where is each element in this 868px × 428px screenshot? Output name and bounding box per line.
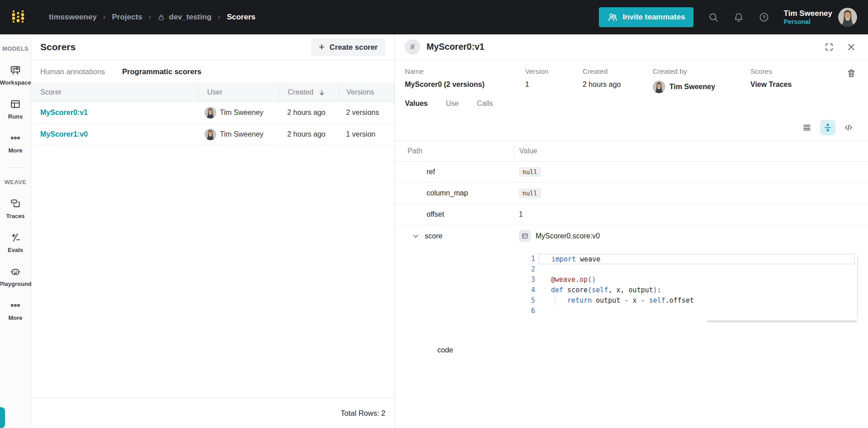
code-line-number: 6: [515, 306, 539, 316]
code-vertical-scrollbar[interactable]: [857, 255, 858, 318]
tab-human-annotations[interactable]: Human annotations: [40, 67, 105, 76]
code-lines: 1import weave23@weave.op()4def score(sel…: [515, 254, 858, 316]
kv-value: 1: [514, 210, 868, 219]
breadcrumb-item-Projects[interactable]: Projects: [112, 13, 142, 22]
tab-calls[interactable]: Calls: [477, 100, 493, 108]
detail-meta: NameMyScorer0 (2 versions)Version1Create…: [395, 60, 868, 98]
meta-scores: ScoresView Traces: [750, 67, 846, 93]
meta-value: 2 hours ago: [583, 81, 653, 89]
traces-icon: [9, 198, 21, 209]
scorer-link[interactable]: MyScorer1:v0: [40, 130, 88, 138]
sidebar-item-more[interactable]: More: [8, 300, 22, 321]
breadcrumb-item-timssweeney[interactable]: timssweeney: [49, 13, 97, 22]
code-view-button[interactable]: [841, 120, 856, 135]
sidebar-item-playground[interactable]: Playground: [0, 266, 32, 287]
detail-title: MyScorer0:v1: [427, 42, 484, 52]
user-name: Tim Sweeney: [784, 9, 832, 18]
null-badge: null: [519, 167, 541, 177]
scorers-table-header: Scorer User Created Versions: [31, 83, 394, 102]
user-names: Tim Sweeney Personal: [784, 9, 832, 26]
table-row[interactable]: MyScorer1:v0Tim Sweeney2 hours ago1 vers…: [31, 124, 394, 145]
evals-icon: [9, 232, 21, 243]
fullscreen-icon[interactable]: [824, 42, 834, 52]
left-sidebar: MODELSWorkspaceRunsMoreWEAVETracesEvalsP…: [0, 34, 31, 428]
breadcrumb-item-dev_testing[interactable]: dev_testing: [157, 13, 211, 22]
table-row[interactable]: MyScorer0:v1Tim Sweeney2 hours ago2 vers…: [31, 102, 394, 124]
breadcrumb-item-Scorers[interactable]: Scorers: [227, 13, 255, 22]
page-title: Scorers: [40, 42, 76, 52]
column-header-versions[interactable]: Versions: [339, 83, 394, 101]
code-viewer: 1import weave23@weave.op()4def score(sel…: [515, 254, 858, 323]
code-line-number: 1: [515, 254, 539, 264]
sidebar-section-label: MODELS: [2, 45, 28, 52]
expand-vertical-icon: [823, 123, 833, 133]
expand-rows-button[interactable]: [820, 120, 835, 135]
wandb-logo[interactable]: [8, 7, 28, 27]
avatar: [204, 128, 216, 140]
compact-view-button[interactable]: [799, 120, 815, 135]
code-path-label: code: [437, 346, 868, 354]
sidebar-divider: [6, 167, 25, 168]
meta-label: Created by: [653, 67, 750, 76]
code-line-content: def score(self, x, output):: [539, 285, 855, 295]
scorer-cell: MyScorer1:v0: [31, 130, 198, 138]
more-icon: [9, 300, 21, 311]
tab-programmatic-scorers[interactable]: Programmatic scorers: [122, 67, 201, 76]
scorer-link[interactable]: MyScorer0:v1: [40, 109, 88, 117]
detail-header: # MyScorer0:v1: [395, 34, 868, 60]
breadcrumb: timssweeney›Projects›dev_testing›Scorers: [49, 13, 256, 22]
avatar[interactable]: [838, 8, 857, 27]
sidebar-item-runs[interactable]: Runs: [8, 98, 23, 120]
help-icon[interactable]: ?: [759, 12, 769, 23]
scorers-header: Scorers + Create scorer: [31, 34, 394, 60]
sidebar-item-more[interactable]: More: [8, 132, 22, 154]
code-line: 1import weave: [515, 254, 858, 264]
scorer-cell: MyScorer0:v1: [31, 109, 198, 117]
bell-icon[interactable]: [733, 12, 744, 23]
user-menu[interactable]: Tim Sweeney Personal: [784, 8, 857, 27]
column-header-created[interactable]: Created: [280, 83, 339, 101]
op-ref-link[interactable]: MyScorer0.score:v0: [536, 232, 600, 240]
close-icon[interactable]: [846, 42, 856, 52]
code-line-content: return output - x - self.offset: [539, 295, 855, 306]
code-line-number: 3: [515, 275, 539, 285]
kv-table-header: Path Value: [395, 141, 868, 162]
view-traces-link[interactable]: View Traces: [750, 81, 846, 89]
chevron-down-icon[interactable]: [411, 232, 420, 241]
sort-descending-icon: [318, 88, 326, 97]
kv-path: ref: [395, 168, 514, 176]
scorer-detail-panel: # MyScorer0:v1 NameMyScorer0 (2 versions…: [395, 34, 868, 428]
sidebar-section-label: WEAVE: [5, 179, 27, 185]
sidebar-item-traces[interactable]: Traces: [6, 198, 24, 219]
meta-name: NameMyScorer0 (2 versions): [405, 67, 525, 93]
tab-values[interactable]: Values: [405, 100, 428, 108]
chat-widget-peek[interactable]: [0, 407, 5, 428]
sidebar-item-label: More: [8, 147, 22, 154]
versions-cell: 1 version: [339, 130, 394, 138]
kv-header-value: Value: [514, 145, 868, 157]
delete-icon[interactable]: [846, 68, 856, 78]
sidebar-item-label: Workspace: [0, 79, 31, 86]
column-header-user[interactable]: User: [198, 83, 280, 101]
search-icon[interactable]: [708, 12, 719, 23]
code-horizontal-scrollbar[interactable]: [707, 320, 857, 323]
kv-value: MyScorer0.score:v0: [514, 230, 868, 242]
meta-version: Version1: [525, 67, 583, 93]
meta-created-by: Created byTim Sweeney: [653, 67, 750, 93]
list-lines-icon: [802, 123, 812, 133]
column-header-scorer[interactable]: Scorer: [31, 83, 198, 101]
runs-icon: [9, 98, 21, 110]
kv-row-score: scoreMyScorer0.score:v0: [395, 225, 868, 247]
scorers-panel: Scorers + Create scorer Human annotation…: [31, 34, 395, 428]
versions-cell: 2 versions: [339, 109, 394, 117]
create-scorer-button[interactable]: + Create scorer: [311, 38, 385, 56]
code-line: 2: [515, 264, 858, 275]
sidebar-item-workspace[interactable]: Workspace: [0, 64, 31, 86]
kv-row-offset: offset1: [395, 204, 868, 225]
scorers-table-body: MyScorer0:v1Tim Sweeney2 hours ago2 vers…: [31, 102, 394, 145]
sidebar-item-evals[interactable]: Evals: [8, 232, 23, 253]
lock-icon: [157, 14, 165, 21]
meta-value: 1: [525, 81, 583, 89]
tab-use[interactable]: Use: [446, 100, 459, 108]
invite-teammates-button[interactable]: Invite teammates: [599, 7, 693, 27]
